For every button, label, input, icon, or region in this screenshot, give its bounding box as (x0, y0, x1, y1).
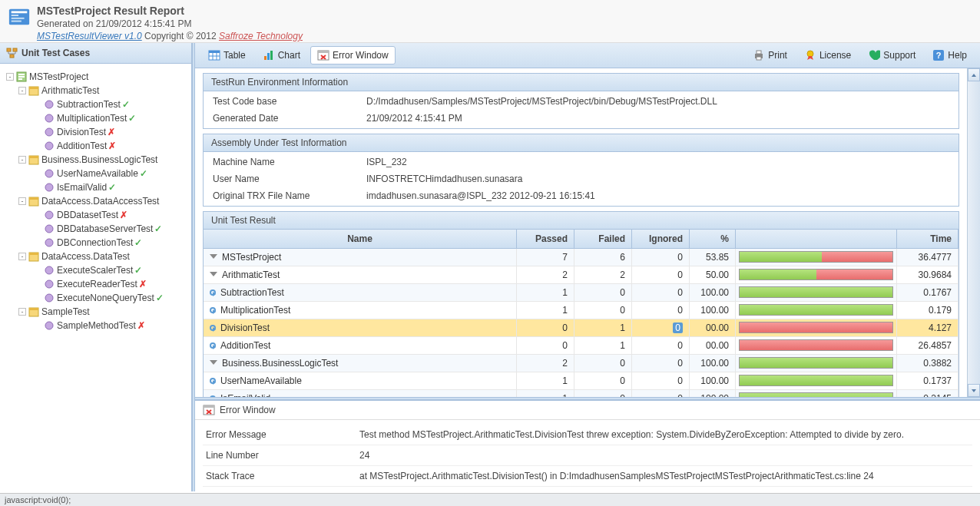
tree-label: DBDatasetTest (57, 210, 118, 220)
row-name: AdditionTest (220, 340, 270, 351)
table-row[interactable]: Business.BusinessLogicTest200100.000.388… (204, 355, 958, 372)
progress-bar (739, 251, 893, 263)
tree-node[interactable]: ExecuteScalerTest✓ (3, 263, 188, 277)
tree-label: ExecuteNoneQueryTest (57, 293, 154, 303)
tree-node[interactable]: SubtractionTest✓ (3, 98, 188, 111)
scroll-down-button[interactable] (968, 384, 980, 397)
tree-node[interactable]: SampleMethodTest✗ (3, 319, 188, 332)
expand-icon[interactable] (210, 254, 217, 259)
progress-bar (739, 269, 893, 280)
row-name: SubtractionTest (220, 287, 284, 298)
table-row[interactable]: MultiplicationTest100100.000.179 (204, 302, 958, 319)
tree-node[interactable]: IsEmailValid✓ (3, 180, 188, 194)
check-icon: ✓ (128, 113, 136, 124)
method-icon (44, 127, 55, 137)
tree-label: ExecuteScalerTest (57, 265, 133, 276)
tree-label: DBConnectionTest (57, 237, 133, 248)
svg-point-15 (45, 114, 53, 122)
tree-label: DataAccess.DataAccessTest (41, 196, 159, 207)
table-row[interactable]: DivisionTest01000.004.127 (204, 319, 958, 337)
tree-node[interactable]: UserNameAvailable✓ (3, 167, 188, 180)
print-button[interactable]: Print (746, 46, 794, 64)
tree-node[interactable]: ExecuteReaderTest✗ (3, 277, 188, 291)
tree-node[interactable]: -MSTestProject (3, 70, 188, 84)
play-icon (210, 307, 216, 313)
support-button[interactable]: Support (861, 46, 922, 64)
info-row: User NameINFOSTRETCHimdadhusen.sunasara (204, 170, 958, 187)
method-icon (44, 168, 55, 179)
svg-text:?: ? (936, 51, 942, 60)
check-icon: ✓ (122, 99, 130, 110)
error-window-header: Error Window (195, 401, 980, 420)
svg-point-21 (45, 184, 53, 191)
page-credits: MSTestResultViewer v1.0 Copyright © 2012… (37, 31, 972, 41)
check-icon: ✓ (154, 223, 162, 234)
tree-node[interactable]: DBConnectionTest✓ (3, 236, 188, 250)
class-icon (28, 251, 39, 262)
tree-label: AdditionTest (57, 141, 107, 151)
company-link[interactable]: Saffroze Technology (219, 31, 303, 41)
vertical-scrollbar[interactable] (967, 68, 980, 397)
viewer-link[interactable]: MSTestResultViewer v1.0 (37, 31, 142, 41)
table-row[interactable]: UserNameAvailable100100.000.1737 (204, 372, 958, 390)
tree-node[interactable]: -DataAccess.DataTest (3, 250, 188, 263)
play-icon (210, 395, 216, 397)
tree-node[interactable]: DBDatabaseServerTest✓ (3, 222, 188, 236)
col-name[interactable]: Name (204, 230, 517, 248)
tree-node[interactable]: -ArithmaticTest (3, 84, 188, 98)
table-row[interactable]: AdditionTest01000.0026.4857 (204, 337, 958, 355)
info-row: Test Code baseD:/Imdadhusen/Samples/MSTe… (204, 93, 958, 110)
class-icon (28, 154, 39, 165)
table-row[interactable]: MSTestProject76053.8536.4777 (204, 249, 958, 266)
tree-node[interactable]: -Business.BusinessLogicTest (3, 153, 188, 167)
method-icon (44, 113, 55, 124)
col-failed[interactable]: Failed (574, 230, 632, 248)
svg-rect-42 (270, 51, 273, 60)
license-button[interactable]: License (797, 46, 858, 64)
table-row[interactable]: IsEmailValid100100.000.2145 (204, 390, 958, 397)
expand-icon[interactable] (210, 272, 217, 276)
col-passed[interactable]: Passed (517, 230, 574, 248)
method-icon (44, 265, 55, 276)
tree-node[interactable]: DBDatasetTest✗ (3, 208, 188, 222)
chart-button[interactable]: Chart (256, 46, 307, 64)
error-window-button[interactable]: Error Window (310, 46, 396, 64)
tree-node[interactable]: AdditionTest✗ (3, 139, 188, 153)
tree-node[interactable]: ExecuteNoneQueryTest✓ (3, 291, 188, 305)
tree-node[interactable]: -DataAccess.DataAccessTest (3, 194, 188, 208)
asm-section-header: Assembly Under Test Information (203, 134, 959, 152)
method-icon (44, 141, 55, 151)
tree-node[interactable]: -SampleTest (3, 305, 188, 319)
col-percent[interactable]: % (690, 230, 736, 248)
test-tree[interactable]: -MSTestProject-ArithmaticTestSubtraction… (0, 64, 191, 491)
svg-point-17 (45, 142, 53, 150)
scroll-up-button[interactable] (968, 68, 980, 81)
svg-rect-19 (29, 156, 38, 158)
col-time[interactable]: Time (897, 230, 958, 248)
row-name: MultiplicationTest (220, 305, 290, 316)
project-icon (16, 71, 27, 82)
error-window-icon (317, 49, 329, 61)
row-name: ArithmaticTest (222, 270, 280, 280)
table-row[interactable]: ArithmaticTest22050.0030.9684 (204, 266, 958, 284)
col-ignored[interactable]: Ignored (632, 230, 690, 248)
table-button[interactable]: Table (201, 46, 253, 64)
tree-label: SubtractionTest (57, 99, 121, 110)
tree-node[interactable]: DivisionTest✗ (3, 125, 188, 139)
tree-icon (6, 47, 18, 59)
tree-label: Business.BusinessLogicTest (41, 154, 157, 165)
help-button[interactable]: ? Help (925, 46, 974, 64)
expand-icon[interactable] (210, 360, 217, 365)
error-window-body: Error MessageTest method MSTestProject.A… (195, 420, 980, 491)
method-icon (44, 182, 55, 193)
method-icon (44, 237, 55, 248)
tree-node[interactable]: MultiplicationTest✓ (3, 111, 188, 125)
svg-rect-6 (13, 48, 17, 51)
env-section-header: TestRun Environment Information (203, 73, 959, 91)
scroll-area[interactable]: TestRun Environment Information Test Cod… (195, 68, 980, 397)
table-row[interactable]: SubtractionTest100100.000.1767 (204, 284, 958, 302)
check-icon: ✓ (140, 168, 147, 179)
class-icon (28, 306, 39, 317)
method-icon (44, 293, 55, 303)
svg-rect-41 (267, 53, 270, 60)
